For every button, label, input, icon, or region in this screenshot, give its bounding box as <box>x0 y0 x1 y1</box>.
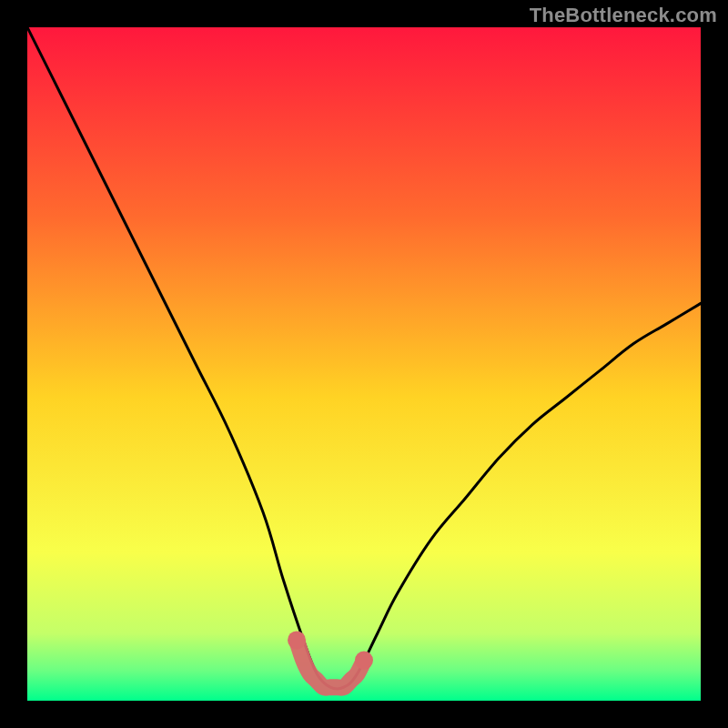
chart-frame: TheBottleneck.com <box>0 0 728 728</box>
plot-area <box>27 27 701 701</box>
gradient-background <box>27 27 701 701</box>
chart-svg <box>27 27 701 701</box>
optimal-zone-endpoint-dot <box>288 631 306 649</box>
optimal-zone-endpoint-dot <box>355 652 373 670</box>
watermark-text: TheBottleneck.com <box>530 4 717 27</box>
